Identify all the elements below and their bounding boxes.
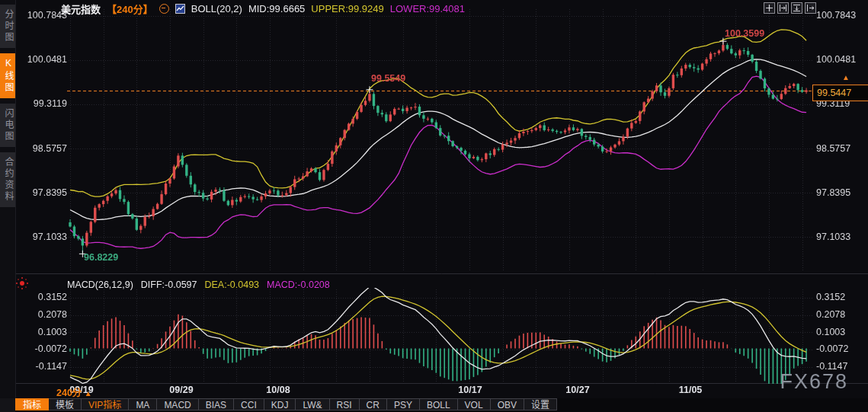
toolbar-button-ma[interactable]: MA	[129, 398, 157, 410]
chart-type-sidebar: 分时图 K线图 闪电图 合约资料	[0, 0, 16, 398]
symbol-name: 美元指数	[61, 2, 101, 16]
chart-tools	[764, 2, 816, 14]
x-axis-scale-icon[interactable]	[791, 2, 802, 14]
price-axis-label-right: 97.8395	[816, 187, 866, 198]
macd-hist-value: MACD:-0.0208	[267, 279, 330, 290]
toolbar-button-kdj[interactable]: KDJ	[264, 398, 296, 410]
macd-axis-label-left: 0.3152	[18, 292, 67, 302]
main-chart-canvas[interactable]	[0, 0, 868, 412]
x-axis-date: 10/08	[266, 385, 290, 395]
boll-indicator-label: BOLL(20,2)	[191, 3, 242, 14]
macd-axis-label-right: 0.2078	[816, 309, 866, 320]
toolbar-button-settings[interactable]: 设置	[524, 398, 557, 410]
macd-axis-label-right: -0.0072	[816, 343, 866, 354]
price-axis-label-left: 97.1033	[18, 232, 67, 242]
x-axis-date: 10/17	[458, 385, 482, 395]
price-axis-label-right: 100.0481	[816, 54, 866, 65]
top-high-annotation: 100.3599	[725, 28, 764, 39]
toolbar-button-vol[interactable]: VOL	[458, 398, 491, 410]
toolbar-button-indicators[interactable]: 指标	[15, 398, 49, 410]
sidebar-tab-kline-chart[interactable]: K线图	[0, 53, 15, 98]
macd-header: MACD(26,12,9) DIFF:-0.0597 DEA:-0.0493 M…	[67, 279, 330, 290]
macd-axis-label-left: 0.2078	[18, 309, 67, 320]
boll-mid-value: MID:99.6665	[248, 3, 305, 14]
toolbar-button-macd[interactable]: MACD	[157, 398, 198, 410]
macd-axis-label-right: 0.3152	[816, 292, 866, 302]
price-axis-label-right: 98.5757	[816, 143, 866, 154]
period-badge[interactable]: 【240分】	[107, 2, 153, 16]
price-axis-label-left: 100.7843	[18, 10, 67, 21]
macd-axis-label-left: -0.0072	[18, 343, 67, 354]
toolbar-button-boll[interactable]: BOLL	[420, 398, 458, 410]
price-axis-label-left: 99.3119	[18, 98, 67, 109]
macd-diff-value: DIFF:-0.0597	[141, 279, 197, 290]
price-alert-arrow-icon: ▲	[842, 74, 850, 81]
low-annotation: 96.8229	[84, 252, 118, 263]
x-axis-date: 09/29	[169, 385, 193, 395]
price-axis-label-left: 98.5757	[18, 143, 67, 154]
y-axis-scale-icon[interactable]	[777, 2, 789, 14]
toolbar-button-templates[interactable]: 模板	[49, 398, 82, 410]
fx678-watermark: FX678	[780, 370, 848, 394]
sidebar-tab-time-chart[interactable]: 分时图	[0, 5, 15, 48]
macd-dea-value: DEA:-0.0493	[204, 279, 259, 290]
sidebar-tab-lightning-chart[interactable]: 闪电图	[0, 104, 15, 147]
toolbar-corner-block	[0, 398, 15, 412]
toolbar-button-bias[interactable]: BIAS	[199, 398, 234, 410]
chart-header: 美元指数 【240分】 BOLL(20,2) MID:99.6665 UPPER…	[61, 2, 465, 16]
x-axis-date: 11/05	[679, 385, 703, 395]
alert-burst-icon[interactable]	[20, 281, 24, 286]
indicator-toolbar: 指标 模板 VIP指标 MA MACD BIAS CCI KDJ LW& RSI…	[15, 398, 868, 412]
period-up-arrow-icon: ▲	[85, 389, 92, 398]
macd-axis-label-left: 0.1003	[18, 327, 67, 337]
minus-circle-icon[interactable]	[159, 4, 169, 14]
toolbar-button-rsi[interactable]: RSI	[330, 398, 360, 410]
boll-lower-value: LOWER:99.4081	[390, 3, 465, 14]
x-axis-date: 10/27	[565, 385, 589, 395]
boll-upper-value: UPPER:99.9249	[311, 3, 383, 14]
period-selector[interactable]: 240分 ▲	[56, 385, 92, 399]
toolbar-button-psy[interactable]: PSY	[387, 398, 420, 410]
prev-high-annotation: 99.5549	[371, 73, 405, 84]
macd-axis-label-right: 0.1003	[816, 327, 866, 337]
last-price-box: 99.5447	[812, 85, 868, 101]
price-axis-label-left: 100.0481	[18, 54, 67, 65]
price-axis-label-left: 97.8395	[18, 187, 67, 198]
line-chart-icon[interactable]	[175, 4, 185, 14]
macd-axis-label-left: -0.1147	[18, 361, 67, 372]
sidebar-tab-contract-info[interactable]: 合约资料	[0, 152, 15, 207]
reset-scale-icon[interactable]	[805, 2, 816, 14]
toolbar-button-cci[interactable]: CCI	[234, 398, 264, 410]
toolbar-button-lw[interactable]: LW&	[296, 398, 329, 410]
price-axis-label-right: 100.7843	[816, 10, 866, 21]
toolbar-button-cr[interactable]: CR	[360, 398, 387, 410]
toolbar-button-obv[interactable]: OBV	[491, 398, 524, 410]
period-text: 240分	[56, 388, 82, 398]
price-axis-label-right: 97.1033	[816, 232, 866, 242]
toolbar-button-vip-indicators[interactable]: VIP指标	[82, 398, 129, 410]
macd-indicator-label: MACD(26,12,9)	[67, 279, 133, 290]
pan-crosshair-icon[interactable]	[764, 2, 775, 14]
